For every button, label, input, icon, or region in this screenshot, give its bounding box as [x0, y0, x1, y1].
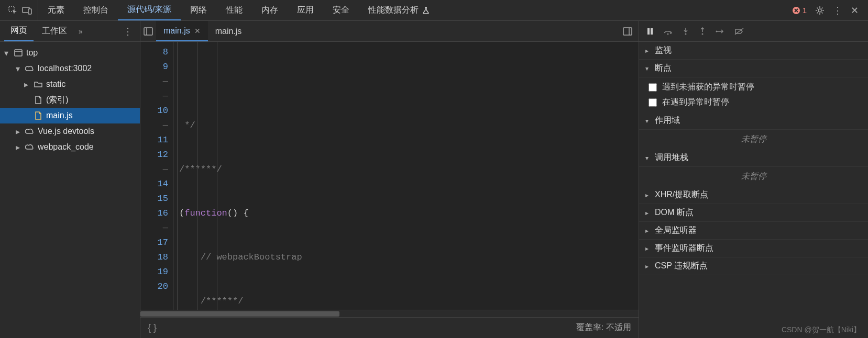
tab-performance[interactable]: 性能	[216, 0, 252, 20]
svg-rect-9	[623, 28, 632, 35]
chevron-right-icon: ▸	[16, 127, 22, 137]
chevron-right-icon: ▸	[645, 209, 652, 217]
step-icon[interactable]	[716, 28, 725, 35]
breakpoints-pane-header[interactable]: ▾断点	[639, 60, 868, 77]
line-gutter[interactable]: 8 9 — — 10 — 11 12 — 14 15 16 — 17 18 19	[140, 42, 174, 310]
error-count-value: 1	[803, 6, 807, 15]
svg-rect-12	[651, 28, 653, 35]
file-tree: ▾ top ▾ localhost:3002 ▸ static	[0, 42, 140, 338]
tree-node-vuedevtools[interactable]: ▸ Vue.js devtools	[0, 123, 140, 139]
svg-point-4	[818, 9, 821, 12]
pane-title: 全局监听器	[655, 225, 697, 236]
chevron-down-icon: ▾	[16, 64, 22, 74]
pause-uncaught-checkbox-row[interactable]: 遇到未捕获的异常时暂停	[639, 80, 868, 95]
chevron-right-icon: ▸	[645, 263, 652, 270]
sidebar-tab-page[interactable]: 网页	[4, 21, 34, 41]
sidebar-tabs-overflow-icon[interactable]: »	[75, 27, 86, 36]
pause-icon[interactable]	[646, 28, 654, 35]
tab-performance-insights[interactable]: 性能数据分析	[359, 0, 440, 20]
flask-icon	[422, 6, 430, 15]
error-count-badge[interactable]: 1	[792, 6, 807, 15]
chevron-right-icon: ▸	[645, 47, 652, 54]
pane-title: 事件监听器断点	[655, 243, 713, 254]
editor-tab-mainjs-2[interactable]: main.js	[208, 21, 249, 41]
tree-node-top[interactable]: ▾ top	[0, 45, 140, 61]
coverage-status: 覆盖率: 不适用	[576, 322, 631, 333]
tab-sources[interactable]: 源代码/来源	[118, 0, 181, 20]
window-icon	[14, 49, 23, 57]
inspect-element-icon[interactable]	[8, 6, 18, 15]
step-out-icon[interactable]	[699, 27, 706, 36]
tree-node-index[interactable]: (索引)	[0, 92, 140, 108]
dom-breakpoints-pane-header[interactable]: ▸DOM 断点	[639, 204, 868, 222]
pane-title: CSP 违规断点	[655, 261, 708, 272]
callstack-pane-header[interactable]: ▾调用堆栈	[639, 149, 868, 167]
chevron-down-icon: ▾	[645, 117, 652, 125]
editor-tab-label: main.js	[163, 26, 190, 36]
chevron-down-icon: ▾	[645, 154, 652, 162]
device-toggle-icon[interactable]	[22, 6, 32, 15]
step-into-icon[interactable]	[682, 27, 689, 36]
tree-label: (索引)	[46, 95, 69, 106]
global-listeners-pane-header[interactable]: ▸全局监听器	[639, 222, 868, 240]
editor-panel: main.js ✕ main.js 8 9 — — 10 —	[140, 21, 639, 338]
tab-security[interactable]: 安全	[323, 0, 359, 20]
tree-node-webpack[interactable]: ▸ webpack_code	[0, 139, 140, 155]
pause-caught-checkbox[interactable]	[649, 98, 657, 107]
watch-pane-header[interactable]: ▸监视	[639, 42, 868, 60]
xhr-breakpoints-pane-header[interactable]: ▸XHR/提取断点	[639, 186, 868, 204]
tab-elements[interactable]: 元素	[38, 0, 74, 20]
editor-horizontal-scrollbar[interactable]	[140, 310, 639, 317]
sources-sidebar: 网页 工作区 » ⋮ ▾ top ▾ localhost:3002	[0, 21, 140, 338]
tree-node-host[interactable]: ▾ localhost:3002	[0, 61, 140, 76]
tree-label: Vue.js devtools	[38, 127, 94, 136]
pause-caught-checkbox-row[interactable]: 在遇到异常时暂停	[639, 95, 868, 110]
checkbox-label: 遇到未捕获的异常时暂停	[662, 82, 754, 93]
tab-network[interactable]: 网络	[181, 0, 216, 20]
pane-title: 作用域	[655, 115, 680, 126]
devtools-top-toolbar: 元素 控制台 源代码/来源 网络 性能 内存 应用 安全 性能数据分析 1	[0, 0, 868, 21]
tab-memory[interactable]: 内存	[252, 0, 288, 20]
pause-uncaught-checkbox[interactable]	[649, 83, 657, 92]
tree-node-static[interactable]: ▸ static	[0, 76, 140, 92]
callstack-not-paused: 未暂停	[639, 167, 868, 186]
kebab-menu-icon[interactable]: ⋮	[833, 5, 842, 16]
navigator-toggle-icon[interactable]	[140, 27, 156, 36]
close-tab-icon[interactable]: ✕	[194, 27, 201, 35]
scope-not-paused: 未暂停	[639, 130, 868, 149]
chevron-right-icon: ▸	[645, 191, 652, 199]
svg-point-13	[667, 33, 669, 35]
step-over-icon[interactable]	[663, 28, 673, 35]
cloud-icon	[25, 128, 35, 134]
tree-label: webpack_code	[38, 142, 94, 152]
cloud-icon	[25, 144, 35, 150]
csp-breakpoints-pane-header[interactable]: ▸CSP 违规断点	[639, 257, 868, 275]
chevron-right-icon: ▸	[645, 245, 652, 252]
error-icon	[792, 6, 800, 15]
sidebar-tab-workspace[interactable]: 工作区	[36, 21, 73, 41]
chevron-down-icon: ▾	[645, 65, 652, 72]
tab-application[interactable]: 应用	[288, 0, 323, 20]
code-editor[interactable]: */ /******/ (function() { // webpackBoot…	[174, 42, 639, 310]
settings-icon[interactable]	[815, 6, 825, 15]
show-debugger-icon[interactable]	[617, 27, 639, 36]
editor-tab-mainjs-1[interactable]: main.js ✕	[156, 21, 208, 41]
sidebar-kebab-icon[interactable]: ⋮	[120, 26, 136, 37]
svg-rect-2	[28, 9, 31, 14]
pane-title: XHR/提取断点	[655, 189, 708, 200]
tree-node-mainjs[interactable]: main.js	[0, 108, 140, 123]
scope-pane-header[interactable]: ▾作用域	[639, 112, 868, 130]
close-devtools-icon[interactable]: ✕	[851, 5, 859, 16]
pane-title: 监视	[655, 45, 672, 56]
svg-rect-11	[647, 28, 650, 35]
tree-label: main.js	[46, 111, 73, 120]
file-js-icon	[34, 111, 43, 120]
svg-point-15	[702, 33, 704, 35]
tab-console[interactable]: 控制台	[74, 0, 118, 20]
tree-label: static	[46, 80, 65, 89]
deactivate-breakpoints-icon[interactable]	[734, 28, 744, 35]
event-listener-breakpoints-pane-header[interactable]: ▸事件监听器断点	[639, 240, 868, 257]
debugger-panel: ▸监视 ▾断点 遇到未捕获的异常时暂停 在遇到异常时暂停 ▾作用域 未暂停 ▾调…	[639, 21, 868, 338]
pretty-print-icon[interactable]: { }	[148, 322, 157, 333]
pane-title: 断点	[655, 63, 672, 74]
